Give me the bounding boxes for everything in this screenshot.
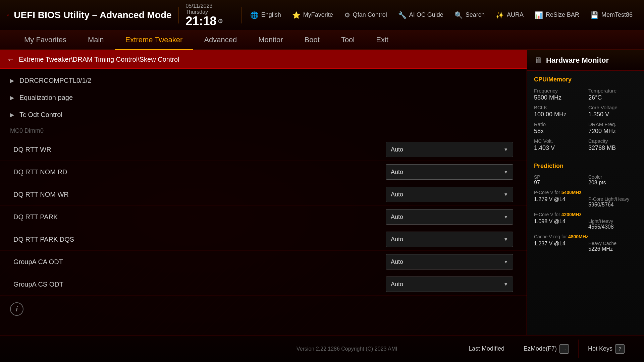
mem-icon: 💾 bbox=[590, 11, 599, 19]
dropdown-dq-rtt-park-dqs[interactable]: Auto ▼ bbox=[386, 232, 513, 247]
nav-boot[interactable]: Boot bbox=[294, 30, 330, 50]
dropdown-groupa-cs-odt[interactable]: Auto ▼ bbox=[386, 277, 513, 292]
footer-last-modified: Last Modified bbox=[459, 341, 514, 357]
hw-item-frequency: Frequency 5800 MHz bbox=[534, 88, 583, 101]
nav-extreme[interactable]: Extreme Tweaker bbox=[115, 30, 194, 50]
nav-bar: My Favorites Main Extreme Tweaker Advanc… bbox=[0, 30, 644, 50]
dropdown-dq-rtt-park[interactable]: Auto ▼ bbox=[386, 209, 513, 225]
hw-cpu-memory-title: CPU/Memory bbox=[534, 76, 637, 83]
nav-advanced[interactable]: Advanced bbox=[193, 30, 248, 50]
toolbar-search[interactable]: 🔍 Search bbox=[450, 8, 489, 22]
setting-row-dq-rtt-nom-rd: DQ RTT NOM RD Auto ▼ bbox=[0, 161, 527, 183]
settings-icon[interactable]: ⚙ bbox=[218, 17, 223, 25]
toolbar-memtest[interactable]: 💾 MemTest86 bbox=[586, 8, 637, 22]
footer-ezmode-button[interactable]: EzMode(F7) → bbox=[514, 340, 578, 358]
rog-logo: ROG bbox=[7, 3, 9, 27]
hw-pred-sp: SP 97 bbox=[534, 174, 583, 186]
ai-icon: 🔧 bbox=[398, 11, 407, 19]
chevron-right-icon-2: ▶ bbox=[10, 95, 14, 101]
svg-marker-2 bbox=[7, 15, 8, 16]
dropdown-dq-rtt-wr[interactable]: Auto ▼ bbox=[386, 142, 513, 157]
toolbar-divider-2 bbox=[241, 7, 242, 23]
section-ddrcrcompctl[interactable]: ▶ DDRCRCOMPCTL0/1/2 bbox=[0, 72, 527, 89]
toolbar-divider-1 bbox=[178, 7, 179, 23]
dropdown-arrow-icon-4: ▼ bbox=[503, 214, 508, 220]
setting-row-dq-rtt-park-dqs: DQ RTT PARK DQS Auto ▼ bbox=[0, 228, 527, 251]
svg-text:ROG: ROG bbox=[7, 14, 8, 15]
date-text: 05/11/2023 Thursday bbox=[185, 3, 233, 15]
hotkeys-icon: ? bbox=[615, 344, 625, 354]
setting-label-groupa-cs-odt: GroupA CS ODT bbox=[13, 281, 386, 288]
top-toolbar: 🌐 English ⭐ MyFavorite ⚙ Qfan Control 🔧 … bbox=[246, 8, 637, 22]
main-panel: ← Extreme Tweaker\DRAM Timing Control\Sk… bbox=[0, 50, 527, 335]
section-tcodt[interactable]: ▶ Tc Odt Control bbox=[0, 106, 527, 123]
hw-item-bclk: BCLK 100.00 MHz bbox=[534, 105, 583, 118]
setting-row-groupa-ca-odt: GroupA CA ODT Auto ▼ bbox=[0, 251, 527, 273]
resize-icon: 📊 bbox=[535, 11, 543, 19]
aura-icon: ✨ bbox=[496, 11, 504, 19]
hw-item-ratio: Ratio 58x bbox=[534, 121, 583, 135]
dropdown-arrow-icon-6: ▼ bbox=[503, 259, 508, 264]
hw-cpu-memory-section: CPU/Memory Frequency 5800 MHz Temperatur… bbox=[527, 71, 644, 157]
footer-hotkeys-button[interactable]: Hot Keys ? bbox=[578, 340, 634, 358]
hw-pred-pcore-volt: 1.279 V @L4 bbox=[534, 196, 583, 208]
footer-version: Version 2.22.1286 Copyright (C) 2023 AMI bbox=[234, 346, 459, 352]
dropdown-arrow-icon-7: ▼ bbox=[503, 282, 508, 287]
logo-area: ROG UEFI BIOS Utility – Advanced Mode bbox=[7, 3, 172, 27]
toolbar-resizebar[interactable]: 📊 ReSize BAR bbox=[530, 8, 584, 22]
hw-prediction-grid: SP 97 Cooler 208 pts bbox=[534, 174, 637, 186]
dropdown-groupa-ca-odt[interactable]: Auto ▼ bbox=[386, 254, 513, 269]
hw-pred-cache-volt: 1.237 V @L4 bbox=[534, 241, 583, 252]
star-icon: ⭐ bbox=[292, 11, 301, 19]
time-text: 21:18 bbox=[185, 15, 216, 27]
hw-pred-pcore-v: P-Core V for 5400MHz 1.279 V @L4 P-Core … bbox=[534, 190, 637, 208]
dropdown-arrow-icon-2: ▼ bbox=[503, 169, 508, 175]
hw-monitor-header: 🖥 Hardware Monitor bbox=[527, 50, 644, 71]
section-equalization[interactable]: ▶ Equalization page bbox=[0, 89, 527, 106]
nav-favorites[interactable]: My Favorites bbox=[13, 30, 77, 50]
dropdown-dq-rtt-nom-wr[interactable]: Auto ▼ bbox=[386, 187, 513, 202]
hw-item-dram-freq: DRAM Freq. 7200 MHz bbox=[588, 121, 637, 135]
setting-row-dq-rtt-nom-wr: DQ RTT NOM WR Auto ▼ bbox=[0, 183, 527, 206]
toolbar-myfavorite[interactable]: ⭐ MyFavorite bbox=[287, 8, 338, 22]
toolbar-aura[interactable]: ✨ AURA bbox=[491, 8, 528, 22]
breadcrumb-bar: ← Extreme Tweaker\DRAM Timing Control\Sk… bbox=[0, 50, 527, 69]
hw-pred-ecore-v: E-Core V for 4200MHz 1.098 V @L4 Light/H… bbox=[534, 212, 637, 230]
hw-item-mcvolt: MC Volt. 1.403 V bbox=[534, 138, 583, 152]
toolbar-qfan[interactable]: ⚙ Qfan Control bbox=[339, 8, 392, 22]
setting-label-groupa-ca-odt: GroupA CA ODT bbox=[13, 258, 386, 266]
content-area: ← Extreme Tweaker\DRAM Timing Control\Sk… bbox=[0, 50, 644, 335]
setting-row-dq-rtt-park: DQ RTT PARK Auto ▼ bbox=[0, 206, 527, 228]
globe-icon: 🌐 bbox=[250, 11, 259, 19]
monitor-icon: 🖥 bbox=[534, 56, 542, 65]
fan-icon: ⚙ bbox=[344, 11, 350, 19]
setting-label-dq-rtt-nom-rd: DQ RTT NOM RD bbox=[13, 168, 386, 176]
nav-monitor[interactable]: Monitor bbox=[248, 30, 293, 50]
nav-exit[interactable]: Exit bbox=[365, 30, 399, 50]
hw-item-temperature: Temperature 26°C bbox=[588, 88, 637, 101]
hw-item-capacity: Capacity 32768 MB bbox=[588, 138, 637, 152]
hw-cpu-memory-grid: Frequency 5800 MHz Temperature 26°C BCLK… bbox=[534, 88, 637, 152]
search-icon: 🔍 bbox=[454, 11, 463, 19]
info-area: i bbox=[0, 296, 527, 322]
nav-main[interactable]: Main bbox=[77, 30, 115, 50]
setting-label-dq-rtt-park-dqs: DQ RTT PARK DQS bbox=[13, 236, 386, 243]
setting-label-dq-rtt-nom-wr: DQ RTT NOM WR bbox=[13, 191, 386, 198]
dropdown-dq-rtt-nom-rd[interactable]: Auto ▼ bbox=[386, 164, 513, 180]
toolbar-english[interactable]: 🌐 English bbox=[246, 8, 286, 22]
dropdown-arrow-icon-5: ▼ bbox=[503, 237, 508, 242]
dropdown-arrow-icon-3: ▼ bbox=[503, 192, 508, 197]
hw-pred-heavy-cache: Heavy Cache 5226 MHz bbox=[588, 241, 637, 252]
toolbar-aioc[interactable]: 🔧 AI OC Guide bbox=[393, 8, 448, 22]
setting-row-groupa-cs-odt: GroupA CS ODT Auto ▼ bbox=[0, 273, 527, 296]
hw-pred-cooler: Cooler 208 pts bbox=[588, 174, 637, 186]
chevron-right-icon: ▶ bbox=[10, 77, 14, 84]
top-bar: ROG UEFI BIOS Utility – Advanced Mode 05… bbox=[0, 0, 644, 30]
hw-pred-ecore-lh: Light/Heavy 4555/4308 bbox=[588, 219, 637, 230]
hw-item-corevoltage: Core Voltage 1.350 V bbox=[588, 105, 637, 118]
back-button[interactable]: ← bbox=[7, 55, 15, 64]
info-button[interactable]: i bbox=[10, 302, 23, 316]
footer-right: Last Modified EzMode(F7) → Hot Keys ? bbox=[459, 340, 634, 358]
setting-row-dq-rtt-wr: DQ RTT WR Auto ▼ bbox=[0, 138, 527, 161]
nav-tool[interactable]: Tool bbox=[330, 30, 365, 50]
